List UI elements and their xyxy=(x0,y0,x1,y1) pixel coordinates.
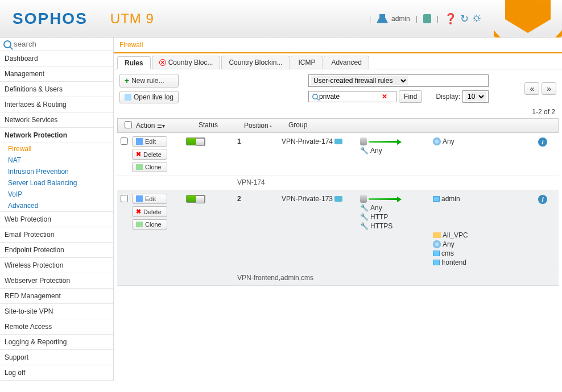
clone-button[interactable]: Clone xyxy=(132,162,167,172)
pager-prev-button[interactable]: « xyxy=(524,82,539,95)
service-label: HTTP xyxy=(370,213,388,221)
search-icon xyxy=(3,40,11,48)
result-count: 1-2 of 2 xyxy=(114,108,562,118)
sidebar-item-logging-reporting[interactable]: Logging & Reporting xyxy=(0,335,113,350)
table-header: Action ☰▾ Status Position▴ Group xyxy=(117,118,559,133)
del-icon: ✖ xyxy=(136,208,141,215)
host-icon xyxy=(433,260,440,265)
tab-bar: Rules✕Country Bloc...Country Blockin...I… xyxy=(114,53,562,69)
sidebar-item-site-to-site-vpn[interactable]: Site-to-site VPN xyxy=(0,304,113,319)
sidebar-sub-firewall[interactable]: Firewall xyxy=(0,143,113,155)
sidebar-item-web-protection[interactable]: Web Protection xyxy=(0,212,113,227)
loading-icon: ⛭ xyxy=(472,12,482,24)
sidebar-item-wireless-protection[interactable]: Wireless Protection xyxy=(0,258,113,273)
pager-next-button[interactable]: » xyxy=(542,82,556,95)
arrow-icon xyxy=(369,139,403,144)
help-icon[interactable]: ❓ xyxy=(444,12,457,25)
status-toggle[interactable] xyxy=(186,137,205,145)
sidebar-search-input[interactable] xyxy=(14,40,99,48)
refresh-icon[interactable]: ↻ xyxy=(460,12,469,25)
blocked-icon: ✕ xyxy=(159,59,166,66)
edit-icon xyxy=(136,195,143,202)
clear-search-icon[interactable]: ✕ xyxy=(382,93,387,101)
header-toolbar: | admin | | ❓ ↻ ⛭ xyxy=(367,12,482,25)
sidebar-item-webserver-protection[interactable]: Webserver Protection xyxy=(0,273,113,289)
info-icon[interactable]: i xyxy=(538,137,547,147)
sidebar-item-management[interactable]: Management xyxy=(0,66,113,82)
corner-logo xyxy=(494,0,562,37)
find-button[interactable]: Find xyxy=(399,90,422,103)
tab-advanced[interactable]: Advanced xyxy=(324,56,369,69)
service-label: HTTPS xyxy=(370,222,392,230)
new-rule-button[interactable]: +New rule... xyxy=(119,74,179,87)
search-box[interactable]: ✕ xyxy=(308,91,396,102)
sidebar-item-remote-access[interactable]: Remote Access xyxy=(0,319,113,335)
sidebar-item-network-services[interactable]: Network Services xyxy=(0,112,113,128)
barrel-icon xyxy=(360,195,367,203)
sidebar-item-dashboard[interactable]: Dashboard xyxy=(0,51,113,66)
open-live-log-button[interactable]: Open live log xyxy=(119,91,179,103)
delete-button[interactable]: ✖Delete xyxy=(132,206,167,217)
filter-select[interactable]: User-created firewall rules xyxy=(308,74,489,87)
service-icon: 🔧 xyxy=(360,222,369,230)
rule-name: VPN-174 xyxy=(237,178,265,186)
position-cell: 1 xyxy=(237,136,282,172)
sidebar-sub-server-load-balancing[interactable]: Server Load Balancing xyxy=(0,177,113,189)
sidebar-item-endpoint-protection[interactable]: Endpoint Protection xyxy=(0,243,113,258)
sidebar-item-support[interactable]: Support xyxy=(0,350,113,365)
source-label: VPN-Private-174 xyxy=(282,137,333,145)
info-icon[interactable]: i xyxy=(538,195,547,204)
username[interactable]: admin xyxy=(391,15,410,23)
pager: « » xyxy=(524,82,556,95)
breadcrumb: Firewall xyxy=(114,37,562,53)
status-toggle[interactable] xyxy=(186,195,205,203)
th-action[interactable]: Action ☰▾ xyxy=(133,121,195,130)
destination-label: cms xyxy=(441,249,454,257)
destination-label: admin xyxy=(441,195,460,203)
th-group[interactable]: Group xyxy=(285,121,538,130)
svg-marker-1 xyxy=(505,0,551,33)
brand-logo: SOPHOS xyxy=(13,10,88,28)
clone-button[interactable]: Clone xyxy=(132,219,167,230)
th-status[interactable]: Status xyxy=(195,121,241,130)
search-input[interactable] xyxy=(319,93,382,101)
sidebar-item-interfaces-routing[interactable]: Interfaces & Routing xyxy=(0,97,113,112)
header: SOPHOS UTM 9 | admin | | ❓ ↻ ⛭ xyxy=(0,0,562,37)
sidebar-sub-voip[interactable]: VoIP xyxy=(0,189,113,200)
folder-icon xyxy=(433,232,441,238)
select-all-checkbox[interactable] xyxy=(125,121,132,128)
table-row: Edit✖DeleteClone2VPN-Private-173admin🔧An… xyxy=(117,190,559,272)
position-cell: 2 xyxy=(237,194,282,268)
globe-icon xyxy=(433,240,441,248)
sidebar-item-email-protection[interactable]: Email Protection xyxy=(0,227,113,243)
sidebar-sub-intrusion-prevention[interactable]: Intrusion Prevention xyxy=(0,166,113,177)
destination-label: All_VPC xyxy=(443,231,468,239)
sidebar-item-definitions-users[interactable]: Definitions & Users xyxy=(0,82,113,97)
sidebar-search[interactable] xyxy=(0,37,113,51)
log-icon xyxy=(125,94,131,101)
sidebar: DashboardManagementDefinitions & UsersIn… xyxy=(0,37,114,381)
host-icon xyxy=(433,251,440,256)
network-icon xyxy=(334,196,342,202)
sidebar-item-network-protection[interactable]: Network Protection xyxy=(0,128,113,143)
clipboard-icon[interactable] xyxy=(423,14,431,23)
edit-icon xyxy=(136,138,143,145)
service-icon: 🔧 xyxy=(360,213,369,221)
delete-button[interactable]: ✖Delete xyxy=(132,149,167,160)
tab-icmp[interactable]: ICMP xyxy=(291,56,323,69)
sidebar-sub-nat[interactable]: NAT xyxy=(0,155,113,166)
row-checkbox[interactable] xyxy=(121,195,128,202)
tab-country-blockin-[interactable]: Country Blockin... xyxy=(221,56,290,69)
sidebar-sub-advanced[interactable]: Advanced xyxy=(0,200,113,211)
service-icon: 🔧 xyxy=(360,204,369,212)
th-position[interactable]: Position▴ xyxy=(241,121,285,130)
edit-button[interactable]: Edit xyxy=(132,194,167,204)
display-select[interactable]: 10 xyxy=(462,90,489,103)
tab-rules[interactable]: Rules xyxy=(117,56,151,69)
tab-country-bloc-[interactable]: ✕Country Bloc... xyxy=(152,56,221,69)
edit-button[interactable]: Edit xyxy=(132,136,167,147)
row-checkbox[interactable] xyxy=(121,137,128,145)
sidebar-item-log-off[interactable]: Log off xyxy=(0,365,113,381)
plus-icon: + xyxy=(125,76,129,85)
sidebar-item-red-management[interactable]: RED Management xyxy=(0,289,113,304)
